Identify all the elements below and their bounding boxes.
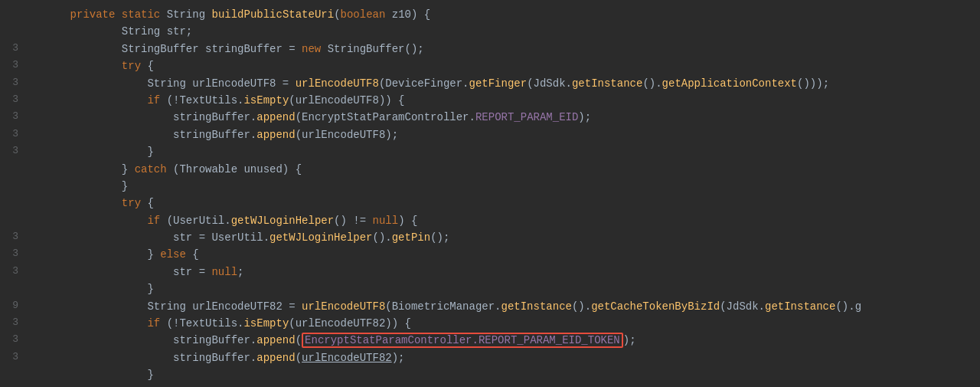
code-line: } — [44, 280, 980, 297]
code-line: } (The... — [44, 384, 980, 387]
code-line: str = UserUtil.getWJLoginHelper().getPin… — [44, 229, 980, 246]
code-line: str = null; — [44, 264, 980, 280]
code-line: if (!TextUtils.isEmpty(urlEncodeUTF8)) { — [44, 92, 980, 109]
code-line: } — [44, 366, 980, 383]
code-line: String str; — [44, 23, 980, 40]
code-line: private static String buildPublicStateUr… — [44, 6, 980, 23]
gutter-column — [23, 0, 38, 387]
code-line: String urlEncodeUTF82 = urlEncodeUTF8(Bi… — [44, 298, 980, 315]
code-line: stringBuffer.append(urlEncodeUTF82); — [44, 349, 980, 366]
code-line: try { — [44, 195, 980, 212]
code-line: } — [44, 143, 980, 160]
code-line: if (!TextUtils.isEmpty(urlEncodeUTF82)) … — [44, 315, 980, 332]
line-numbers: 3333333 333 9333 — [0, 0, 23, 387]
code-line: } else { — [44, 246, 980, 263]
code-line: String urlEncodeUTF8 = urlEncodeUTF8(Dev… — [44, 75, 980, 92]
code-line: } catch (Throwable unused) { — [44, 161, 980, 178]
code-line: stringBuffer.append(EncryptStatParamCont… — [44, 109, 980, 126]
code-content: private static String buildPublicStateUr… — [38, 0, 980, 387]
code-line: if (UserUtil.getWJLoginHelper() != null)… — [44, 212, 980, 229]
code-line: try { — [44, 57, 980, 74]
code-editor: 3333333 333 9333 private static String b… — [0, 0, 980, 387]
code-line: } — [44, 178, 980, 195]
code-line: StringBuffer stringBuffer = new StringBu… — [44, 41, 980, 57]
code-line: stringBuffer.append(urlEncodeUTF8); — [44, 126, 980, 143]
code-line: stringBuffer.append(EncryptStatParamCont… — [44, 332, 980, 349]
